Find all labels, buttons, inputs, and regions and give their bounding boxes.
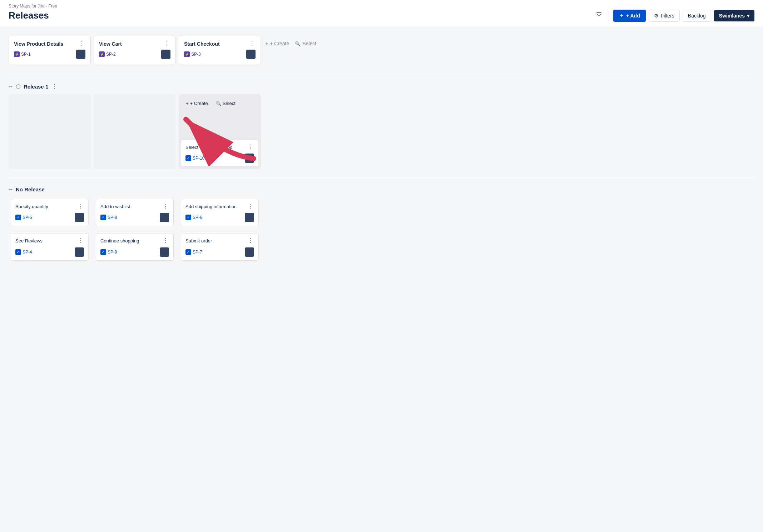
collapse-all-button[interactable] [594, 9, 604, 22]
release1-menu-button[interactable]: ⋮ [51, 84, 58, 90]
backlog-label: Backlog [688, 13, 706, 19]
story-thumb-sp8 [160, 213, 169, 222]
release1-select-button[interactable]: 🔍 Select [214, 99, 238, 107]
search-icon: 🔍 [295, 41, 301, 46]
no-release-name: No Release [16, 186, 45, 192]
epic-title-2: View Cart [99, 41, 122, 47]
epic-card-2: View Cart ⋮ ⚡ SP-2 [94, 36, 176, 64]
divider [609, 11, 609, 21]
epic-menu-button-1[interactable]: ⋮ [78, 41, 85, 47]
epic-sp-icon-3: ⚡ [184, 51, 190, 57]
story-menu-sp6[interactable]: ⋮ [247, 204, 254, 209]
epics-row: View Product Details ⋮ ⚡ SP-1 View Cart … [9, 36, 754, 64]
story-card-sp9: Continue shopping ⋮ ✓ SP-9 [96, 233, 174, 260]
epic-menu-button-3[interactable]: ⋮ [248, 41, 256, 47]
create-label: + Create [190, 101, 208, 106]
add-label: + Add [626, 13, 640, 19]
epic-thumb-3 [246, 50, 256, 59]
story-menu-sp7[interactable]: ⋮ [247, 238, 254, 244]
release1-icon: ⬡ [16, 83, 21, 90]
check-icon-sp9: ✓ [100, 249, 106, 255]
epic-card-3: Start Checkout ⋮ ⚡ SP-3 [179, 36, 261, 64]
epic-title-3: Start Checkout [184, 41, 220, 47]
filters-button[interactable]: ⚙ Filters [649, 10, 680, 22]
select-label: Select [302, 41, 316, 46]
epic-thumb-2 [161, 50, 170, 59]
release1-cell-1 [9, 94, 91, 169]
filters-label: Filters [661, 13, 674, 19]
epic-thumb-1 [76, 50, 85, 59]
check-icon-sp5: ✓ [15, 215, 21, 220]
header-actions: ＋ + Add ⚙ Filters Backlog Swimlanes ▾ [594, 9, 754, 22]
release1-collapse-icon[interactable]: ⤢ [7, 83, 14, 90]
release1-header: ⤢ ⬡ Release 1 ⋮ [9, 83, 754, 90]
epics-create-select-bar: + + Create 🔍 Select [264, 36, 316, 46]
story-card-sp6: Add shipping information ⋮ ✓ SP-6 [181, 199, 259, 226]
add-button[interactable]: ＋ + Add [613, 10, 646, 22]
no-release-col-3: Add shipping information ⋮ ✓ SP-6 Submit… [179, 197, 261, 262]
story-title-sp10: Select delivery method [185, 144, 247, 151]
story-menu-sp8[interactable]: ⋮ [162, 204, 169, 209]
release1-cell-3: + + Create 🔍 Select [179, 94, 261, 169]
epic-menu-button-2[interactable]: ⋮ [163, 41, 170, 47]
story-sp-badge-sp8: ✓ SP-8 [100, 215, 117, 220]
story-title-sp8: Add to wishlist [100, 204, 162, 210]
story-menu-sp10[interactable]: ⋮ [247, 144, 254, 150]
story-title-sp5: Specify quantity [15, 204, 77, 210]
release1-name: Release 1 [24, 84, 48, 90]
epics-create-button[interactable]: + + Create [265, 41, 289, 46]
search-icon: 🔍 [216, 101, 221, 106]
story-menu-sp4[interactable]: ⋮ [77, 238, 84, 244]
story-sp-badge-sp10: ✓ SP-10 [185, 155, 204, 161]
check-icon-sp6: ✓ [185, 215, 191, 220]
separator [9, 76, 754, 76]
check-icon-sp4: ✓ [15, 249, 21, 255]
epics-select-button[interactable]: 🔍 Select [295, 41, 316, 46]
separator-2 [9, 179, 754, 179]
backlog-button[interactable]: Backlog [683, 10, 711, 22]
story-card-sp7: Submit order ⋮ ✓ SP-7 [181, 233, 259, 260]
story-title-sp7: Submit order [185, 238, 247, 244]
story-menu-sp9[interactable]: ⋮ [162, 238, 169, 244]
release1-cards-row: + + Create 🔍 Select [9, 94, 754, 169]
release1-story-card: Select delivery method ⋮ ✓ SP-10 [181, 140, 259, 167]
story-title-sp6: Add shipping information [185, 204, 247, 210]
story-thumb-sp7 [245, 247, 254, 257]
epic-sp-badge-1: ⚡ SP-1 [14, 51, 31, 57]
story-card-sp5: Specify quantity ⋮ ✓ SP-5 [11, 199, 89, 226]
epic-sp-icon-2: ⚡ [99, 51, 105, 57]
plus-icon: + [186, 101, 189, 106]
no-release-collapse-icon[interactable]: ⤢ [7, 186, 14, 193]
swimlanes-button[interactable]: Swimlanes ▾ [714, 10, 754, 21]
no-release-section: ⤢ No Release Specify quantity ⋮ ✓ SP-5 [9, 186, 754, 262]
story-title-sp4: See Reviews [15, 238, 77, 244]
story-sp-badge-sp9: ✓ SP-9 [100, 249, 117, 255]
no-release-col-1: Specify quantity ⋮ ✓ SP-5 See Reviews [9, 197, 91, 262]
epic-card-1: View Product Details ⋮ ⚡ SP-1 [9, 36, 91, 64]
release1-create-button[interactable]: + + Create [184, 99, 210, 107]
swimlanes-label: Swimlanes [719, 13, 745, 19]
story-menu-sp5[interactable]: ⋮ [77, 204, 84, 209]
epic-sp-badge-2: ⚡ SP-2 [99, 51, 116, 57]
story-sp-badge-sp4: ✓ SP-4 [15, 249, 32, 255]
add-plus-icon: ＋ [619, 12, 624, 19]
check-icon-sp10: ✓ [185, 155, 191, 161]
story-thumb-sp10 [245, 154, 254, 163]
chevron-down-icon: ▾ [747, 13, 749, 19]
story-sp-badge-sp6: ✓ SP-6 [185, 215, 202, 220]
no-release-header: ⤢ No Release [9, 186, 754, 192]
no-release-stories-grid: Specify quantity ⋮ ✓ SP-5 See Reviews [9, 197, 754, 262]
epic-title-1: View Product Details [14, 41, 63, 47]
release1-create-select: + + Create 🔍 Select [179, 94, 261, 111]
story-sp-badge-sp5: ✓ SP-5 [15, 215, 32, 220]
page-title: Releases [9, 10, 49, 21]
header: Story Maps for Jira - Free Releases ＋ + … [0, 0, 763, 27]
app-name: Story Maps for Jira - Free [9, 4, 754, 9]
check-icon-sp8: ✓ [100, 215, 106, 220]
epic-sp-badge-3: ⚡ SP-3 [184, 51, 201, 57]
release1-cell-2 [94, 94, 176, 169]
plus-icon: + [265, 41, 268, 46]
story-thumb-sp6 [245, 213, 254, 222]
release1-section: ⤢ ⬡ Release 1 ⋮ + + Create 🔍 Select [9, 83, 754, 169]
filters-icon: ⚙ [654, 13, 659, 19]
